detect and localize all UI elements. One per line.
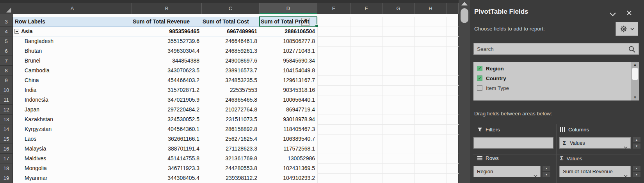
cell-row-label[interactable]: Bangladesh bbox=[13, 36, 132, 46]
row-header-5[interactable]: 5 bbox=[0, 36, 13, 46]
cell-cost[interactable]: 256271625.4 bbox=[202, 134, 260, 144]
row-header-18[interactable]: 18 bbox=[0, 163, 13, 173]
cell-revenue[interactable]: 344308405.4 bbox=[132, 173, 202, 183]
dropdown-chevron-icon[interactable] bbox=[534, 170, 537, 181]
cell-row-labels[interactable]: Row Labels bbox=[13, 17, 132, 27]
dropdown-chevron-icon[interactable] bbox=[624, 170, 628, 181]
cell-cost[interactable]: 246365465.8 bbox=[202, 95, 260, 105]
field-list-scrollbar[interactable]: ▲ ▼ bbox=[631, 62, 639, 100]
spin-up-icon[interactable]: ▲ bbox=[543, 166, 550, 171]
cell-profit[interactable]: 104154049.8 bbox=[260, 66, 317, 75]
cell-row-label[interactable]: Cambodia bbox=[13, 66, 132, 75]
cell-revenue[interactable]: 404564360.1 bbox=[132, 124, 202, 134]
column-header-C[interactable]: C bbox=[202, 3, 260, 14]
spin-up-icon[interactable]: ▲ bbox=[633, 137, 640, 142]
row-header-4[interactable]: 4 bbox=[0, 27, 13, 36]
dropdown-chevron-icon[interactable] bbox=[624, 142, 628, 152]
cell-cost[interactable]: 238916573.7 bbox=[202, 66, 260, 75]
cell-cost[interactable]: 246859261.3 bbox=[202, 46, 260, 56]
cell-revenue[interactable]: 451414755.8 bbox=[132, 154, 202, 163]
field-item-item-type[interactable]: Item Type bbox=[473, 83, 630, 93]
cell-revenue[interactable]: 297220484.2 bbox=[132, 105, 202, 115]
cell-header-cost[interactable]: Sum of Total Cost bbox=[202, 17, 260, 27]
spin-down-icon[interactable]: ▼ bbox=[633, 172, 640, 177]
cell-profit[interactable]: 129613167.7 bbox=[260, 75, 317, 85]
cell-cost[interactable]: 246646461.8 bbox=[202, 36, 260, 46]
scroll-up-icon[interactable] bbox=[461, 2, 468, 5]
column-header-H[interactable]: H bbox=[415, 3, 447, 14]
row-header-19[interactable]: 19 bbox=[0, 173, 13, 183]
row-header-3[interactable]: 3 bbox=[0, 17, 13, 27]
column-header-D[interactable]: D bbox=[260, 3, 317, 14]
spin-down-icon[interactable]: ▼ bbox=[633, 144, 640, 149]
columns-values-dropdown[interactable]: Σ Values bbox=[559, 137, 631, 149]
pane-close-icon[interactable] bbox=[626, 10, 632, 17]
cell-profit[interactable]: 106389540.7 bbox=[260, 134, 317, 144]
cell-revenue[interactable]: 355152739.6 bbox=[132, 36, 202, 46]
tools-gear-button[interactable] bbox=[616, 22, 638, 36]
cell-revenue[interactable]: 346711923.3 bbox=[132, 163, 202, 173]
row-header-partial[interactable] bbox=[0, 14, 13, 17]
cell-revenue[interactable]: 324530052.5 bbox=[132, 115, 202, 124]
cell-cost[interactable]: 6967489961 bbox=[202, 27, 260, 36]
cell-profit[interactable]: 95845690.34 bbox=[260, 56, 317, 66]
field-item-region[interactable]: ✓Region bbox=[473, 64, 630, 74]
list-scroll-down-icon[interactable]: ▼ bbox=[631, 95, 639, 100]
column-header-partial[interactable] bbox=[447, 3, 459, 14]
cell-profit[interactable]: 102771043.1 bbox=[260, 46, 317, 56]
cell-revenue[interactable]: 349630304.4 bbox=[132, 46, 202, 56]
cell-row-label[interactable]: Kyrgyzstan bbox=[13, 124, 132, 134]
grid-vertical-scrollbar[interactable] bbox=[459, 0, 470, 183]
cell-cost[interactable]: 249008697.6 bbox=[202, 56, 260, 66]
row-header-11[interactable]: 11 bbox=[0, 95, 13, 105]
search-input[interactable] bbox=[474, 43, 632, 54]
row-header-12[interactable]: 12 bbox=[0, 105, 13, 115]
cell-cost[interactable]: 286158892.8 bbox=[202, 124, 260, 134]
cell-profit[interactable]: 2886106504 bbox=[260, 27, 317, 36]
cell-profit[interactable]: 108506277.8 bbox=[260, 36, 317, 46]
checkbox-unchecked-icon[interactable] bbox=[477, 85, 482, 91]
cell-profit[interactable]: 90345318.16 bbox=[260, 85, 317, 95]
cell-row-label[interactable]: Kazakhstan bbox=[13, 115, 132, 124]
cell-revenue[interactable]: 343070623.5 bbox=[132, 66, 202, 75]
cell-row-label[interactable]: −Asia bbox=[13, 27, 132, 36]
cell-row-label[interactable]: India bbox=[13, 85, 132, 95]
cell-row-label[interactable]: China bbox=[13, 75, 132, 85]
cell-row-label[interactable]: Myanmar bbox=[13, 173, 132, 183]
row-header-7[interactable]: 7 bbox=[0, 56, 13, 66]
cell-row-label[interactable]: Laos bbox=[13, 134, 132, 144]
list-scrollbar-thumb[interactable] bbox=[632, 68, 638, 80]
list-scroll-up-icon[interactable]: ▲ bbox=[631, 62, 639, 68]
select-all-corner[interactable] bbox=[0, 3, 13, 14]
cell-header-revenue[interactable]: Sum of Total Revenue bbox=[132, 17, 202, 27]
column-header-G[interactable]: G bbox=[382, 3, 415, 14]
cell-revenue[interactable]: 362661166.1 bbox=[132, 134, 202, 144]
column-header-B[interactable]: B bbox=[132, 3, 202, 14]
cell-row-label[interactable]: Brunei bbox=[13, 56, 132, 66]
field-item-country[interactable]: ✓Country bbox=[473, 74, 630, 83]
row-header-14[interactable]: 14 bbox=[0, 124, 13, 134]
spin-up-icon[interactable]: ▲ bbox=[633, 166, 640, 171]
row-header-9[interactable]: 9 bbox=[0, 75, 13, 85]
cell-revenue[interactable]: 454466403.2 bbox=[132, 75, 202, 85]
cell-profit[interactable]: 86947719.4 bbox=[260, 105, 317, 115]
cell-revenue[interactable]: 347021905.9 bbox=[132, 95, 202, 105]
cell-row-label[interactable]: Maldives bbox=[13, 154, 132, 163]
cell-cost[interactable]: 244280553.8 bbox=[202, 163, 260, 173]
cell-profit[interactable]: 104910293.2 bbox=[260, 173, 317, 183]
column-header-A[interactable]: A bbox=[13, 3, 132, 14]
cell-row-label[interactable]: Japan bbox=[13, 105, 132, 115]
cell-profit[interactable]: 118405467.3 bbox=[260, 124, 317, 134]
spin-down-icon[interactable]: ▼ bbox=[543, 172, 550, 177]
collapse-group-button[interactable]: − bbox=[14, 29, 19, 34]
values-field-dropdown[interactable]: Sum of Total Revenue bbox=[559, 166, 631, 177]
checkbox-checked-icon[interactable]: ✓ bbox=[477, 75, 482, 81]
row-header-16[interactable]: 16 bbox=[0, 144, 13, 154]
cell-cost[interactable]: 210272764.8 bbox=[202, 105, 260, 115]
cell-revenue[interactable]: 315702871.2 bbox=[132, 85, 202, 95]
row-header-6[interactable]: 6 bbox=[0, 46, 13, 56]
cell-cost[interactable]: 271128623.3 bbox=[202, 144, 260, 154]
cell-profit[interactable]: 130052986 bbox=[260, 154, 317, 163]
checkbox-checked-icon[interactable]: ✓ bbox=[477, 66, 482, 71]
cell-row-label[interactable]: Mongolia bbox=[13, 163, 132, 173]
